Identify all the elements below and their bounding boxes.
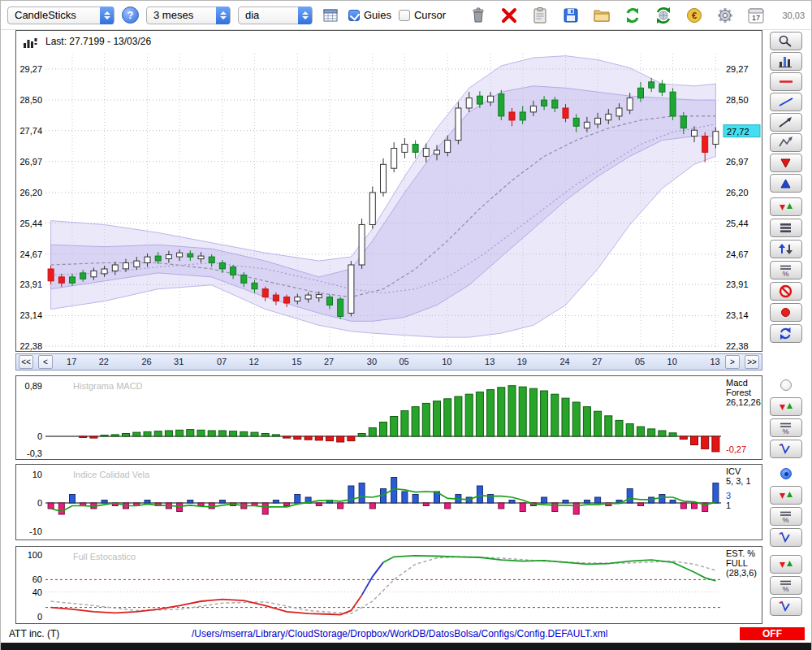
last-page-button[interactable]: >> — [745, 355, 759, 369]
help-button[interactable]: ? — [122, 6, 139, 24]
clipboard-icon — [531, 6, 549, 24]
svg-text:23,91: 23,91 — [726, 280, 749, 289]
svg-text:(28,3,6): (28,3,6) — [726, 568, 757, 578]
trendline-icon — [778, 115, 794, 129]
icv-curve-button[interactable] — [770, 528, 802, 547]
config-path-link[interactable]: /Users/mserra/Library/CloudStorage/Dropb… — [59, 628, 740, 639]
period-select[interactable]: 3 meses — [146, 6, 231, 24]
stoch-arrows-button[interactable] — [770, 555, 802, 574]
updown-arrows-button[interactable] — [770, 197, 802, 216]
question-icon: ? — [127, 9, 134, 21]
select-stepper-icon — [298, 6, 312, 24]
next-page-button[interactable]: > — [725, 355, 740, 369]
svg-text:5, 3, 1: 5, 3, 1 — [726, 476, 751, 486]
svg-text:Full Estocastico: Full Estocastico — [73, 552, 136, 561]
red-line-button[interactable] — [770, 72, 802, 91]
macd-percent-button[interactable]: % — [770, 418, 802, 437]
record-button[interactable] — [770, 303, 802, 322]
clipped-axis-label: 30,03 — [782, 11, 805, 20]
layers-button[interactable] — [770, 219, 802, 237]
sync-button[interactable] — [770, 324, 802, 343]
interval-select[interactable]: dia — [238, 6, 313, 24]
prev-page-button[interactable]: < — [38, 355, 53, 369]
period-value: 3 meses — [147, 9, 200, 21]
macd-arrows-button[interactable] — [770, 397, 802, 416]
v-curve-icon — [778, 600, 794, 613]
cursor-checkbox[interactable]: Cursor — [399, 9, 446, 21]
bar-chart-icon — [778, 54, 794, 68]
refresh-button[interactable] — [622, 5, 643, 26]
icv-canvas: Indice Calidad Vela100-10ICV5, 3, 131 — [16, 465, 762, 540]
zoom-button[interactable] — [770, 32, 802, 50]
sync-globe-button[interactable] — [653, 5, 674, 26]
macd-histogram-canvas: Histgrama MACD0,890-0,3MacdForest26,12,2… — [16, 376, 762, 459]
red-line-icon — [778, 75, 794, 89]
x-axis-navigation: 172226310712152730051013192427051013 << … — [15, 353, 762, 370]
icv-panel[interactable]: Indice Calidad Vela100-10ICV5, 3, 131 — [15, 464, 762, 540]
chart-style-button[interactable] — [770, 52, 802, 71]
candlestick-chart-canvas[interactable]: 29,2729,2728,5028,5027,7427,7426,9726,97… — [16, 31, 762, 351]
trendline-button[interactable] — [770, 113, 802, 132]
icv-radio[interactable] — [780, 468, 792, 479]
svg-text:Forest: Forest — [726, 388, 751, 397]
folder-open-icon — [593, 6, 611, 24]
main-chart-panel[interactable]: 29,2729,2728,5028,5027,7427,7426,9726,97… — [15, 30, 762, 352]
arrow-down-button[interactable] — [770, 154, 802, 172]
calendar-icon: 17 — [747, 6, 765, 24]
clipboard-button[interactable] — [529, 5, 551, 26]
svg-text:22,38: 22,38 — [19, 341, 42, 351]
chart-type-value: CandleSticks — [8, 9, 83, 21]
block-button[interactable] — [770, 282, 802, 301]
blue-line-button[interactable] — [770, 93, 802, 111]
stoch-percent-button[interactable]: % — [770, 576, 802, 595]
interval-value: dia — [239, 9, 266, 21]
svg-text:-10: -10 — [29, 526, 42, 536]
x-axis-date: 05 — [635, 357, 645, 366]
percent-button[interactable]: % — [770, 261, 802, 280]
table-button[interactable] — [320, 5, 341, 26]
macd-radio[interactable] — [780, 379, 792, 391]
select-stepper-icon — [100, 6, 114, 24]
off-badge[interactable]: OFF — [740, 627, 805, 640]
svg-text:26,97: 26,97 — [19, 157, 42, 167]
settings-button[interactable] — [715, 5, 736, 26]
x-axis-date: 30 — [367, 357, 377, 366]
euro-button[interactable]: € — [684, 5, 705, 26]
calendar-button[interactable]: 17 — [745, 5, 767, 26]
trash-button[interactable] — [468, 5, 489, 26]
last-price-label: Last: 27.7199 - 13/03/26 — [45, 36, 151, 47]
status-left-label: ATT inc. (T) — [9, 628, 59, 639]
save-button[interactable] — [560, 5, 581, 26]
svg-text:23,14: 23,14 — [19, 310, 42, 320]
euro-coin-icon: € — [685, 6, 703, 24]
sort-button[interactable] — [770, 240, 802, 258]
blue-up-arrow-icon — [778, 176, 794, 190]
percent-icon: % — [778, 578, 794, 592]
guies-checkbox[interactable]: Guies — [348, 9, 391, 21]
x-axis-date: 22 — [99, 357, 109, 366]
first-page-button[interactable]: << — [19, 355, 33, 369]
svg-text:€: € — [692, 11, 697, 20]
chart-type-select[interactable]: CandleSticks — [7, 6, 114, 24]
svg-text:27,74: 27,74 — [19, 126, 42, 136]
x-axis-date: 10 — [442, 357, 451, 366]
delete-button[interactable] — [499, 5, 520, 26]
x-axis-date: 27 — [592, 357, 602, 366]
macd-panel[interactable]: Histgrama MACD0,890-0,3MacdForest26,12,2… — [15, 375, 762, 460]
svg-text:-0,27: -0,27 — [726, 444, 746, 454]
svg-text:ICV: ICV — [726, 466, 741, 476]
svg-text:FULL: FULL — [726, 558, 748, 568]
icv-arrows-button[interactable] — [770, 486, 802, 505]
open-button[interactable] — [591, 5, 612, 26]
zigzag-button[interactable] — [770, 133, 802, 152]
svg-text:%: % — [782, 270, 788, 277]
red-green-arrows-icon — [778, 400, 794, 414]
x-axis-date: 17 — [67, 357, 76, 366]
red-down-arrow-icon — [778, 156, 794, 170]
icv-percent-button[interactable]: % — [770, 507, 802, 526]
stochastic-panel[interactable]: Full Estocastico10060400EST. %FULL(28,3,… — [15, 546, 762, 624]
arrow-up-button[interactable] — [770, 174, 802, 193]
macd-curve-button[interactable] — [770, 440, 802, 458]
stoch-curve-button[interactable] — [770, 597, 802, 616]
x-axis-date: 27 — [324, 357, 334, 366]
